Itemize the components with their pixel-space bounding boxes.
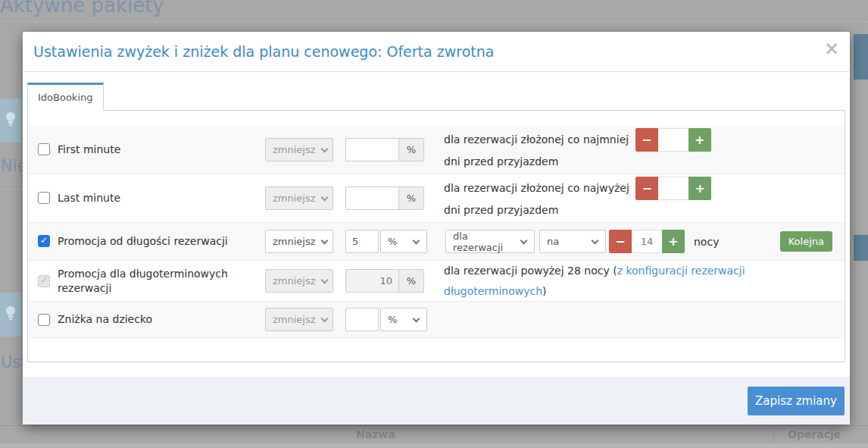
add-next-promo-button[interactable]: Kolejna bbox=[780, 231, 832, 252]
minus-button[interactable]: − bbox=[635, 128, 658, 152]
background-heading-inactive-packages: Nieak bbox=[1, 157, 23, 175]
chevron-down-icon bbox=[413, 315, 420, 322]
save-changes-button[interactable]: Zapisz zmiany bbox=[748, 387, 845, 415]
length-promo-value-input[interactable] bbox=[345, 230, 379, 253]
chevron-down-icon bbox=[320, 237, 328, 244]
price-plan-discounts-modal: Ustawienia zwyżek i zniżek dla planu cen… bbox=[23, 32, 850, 425]
lightbulb-icon bbox=[5, 305, 17, 324]
last-minute-percent-group: % bbox=[345, 186, 424, 210]
child-discount-checkbox[interactable] bbox=[38, 314, 50, 326]
percent-addon: % bbox=[398, 186, 424, 210]
tab-idobooking[interactable]: IdoBooking bbox=[27, 83, 104, 111]
row-label-cell: Last minute bbox=[38, 191, 265, 205]
chevron-down-icon bbox=[413, 237, 420, 244]
modal-footer: Zapisz zmiany bbox=[23, 377, 850, 425]
plus-icon: + bbox=[695, 181, 705, 196]
modal-title: Ustawienia zwyżek i zniżek dla planu cen… bbox=[33, 43, 494, 60]
column-header-name: Nazwa bbox=[356, 428, 395, 440]
row-label-cell: Promocja od długości rezerwacji bbox=[38, 234, 265, 249]
first-minute-percent-group: % bbox=[345, 138, 424, 161]
longterm-promo-checkbox bbox=[38, 275, 50, 287]
row-child-discount: Zniżka na dziecko zmniejsz % bbox=[28, 302, 845, 338]
chevron-down-icon bbox=[592, 237, 599, 244]
plus-button[interactable]: + bbox=[688, 128, 711, 152]
length-promo-relation-select[interactable]: na bbox=[539, 230, 606, 253]
background-table-header: Nazwa Operacje bbox=[0, 425, 868, 443]
row-first-minute: First minute zmniejsz % dla rezerwacji z… bbox=[28, 126, 845, 174]
tab-bar: IdoBooking bbox=[27, 83, 845, 110]
minus-button[interactable]: − bbox=[609, 230, 632, 253]
last-minute-mode-select: zmniejsz bbox=[265, 186, 333, 210]
row-label-cell: Zniżka na dziecko bbox=[38, 312, 265, 327]
row-label: Zniżka na dziecko bbox=[58, 312, 152, 327]
row-description: dla rezerwacji złożonej co najwyżej − + … bbox=[444, 177, 732, 221]
length-promo-nights-stepper: − + bbox=[609, 230, 685, 253]
first-minute-days-stepper: − + bbox=[635, 128, 711, 152]
last-minute-days-stepper: − + bbox=[635, 177, 711, 200]
row-label-cell: First minute bbox=[38, 143, 265, 157]
modal-header: Ustawienia zwyżek i zniżek dla planu cen… bbox=[23, 32, 850, 72]
plus-icon: + bbox=[668, 234, 678, 249]
last-minute-days-input[interactable] bbox=[658, 177, 688, 200]
background-heading-active-packages: Aktywne pakiety bbox=[0, 0, 164, 17]
length-promo-mode-select[interactable]: zmniejsz bbox=[265, 230, 333, 253]
chevron-down-icon bbox=[320, 276, 328, 284]
background-heading-settings: Ustaw bbox=[1, 353, 23, 371]
nights-label: nocy bbox=[694, 236, 719, 248]
length-promo-scope-select[interactable]: dla rezerwacji bbox=[445, 230, 535, 253]
background-button-strip bbox=[854, 34, 868, 80]
chevron-down-icon bbox=[320, 193, 328, 201]
row-label: Last minute bbox=[58, 191, 120, 205]
package-tile bbox=[0, 99, 21, 143]
row-longterm-promo: Promocja dla długoterminowych rezerwacji… bbox=[28, 261, 845, 302]
percent-addon: % bbox=[398, 269, 424, 293]
last-minute-percent-input[interactable] bbox=[345, 186, 398, 210]
child-discount-unit-select[interactable]: % bbox=[380, 308, 427, 331]
row-label-cell: Promocja dla długoterminowych rezerwacji bbox=[38, 267, 265, 296]
row-description: dla rezerwacji powyżej 28 nocy (z konfig… bbox=[444, 261, 845, 301]
percent-addon: % bbox=[398, 138, 424, 161]
plus-button[interactable]: + bbox=[688, 177, 711, 200]
row-description: dla rezerwacji złożonej co najmniej − + … bbox=[444, 128, 732, 172]
row-label: Promocja od długości rezerwacji bbox=[58, 234, 228, 249]
first-minute-mode-select: zmniejsz bbox=[265, 138, 333, 161]
first-minute-days-input[interactable] bbox=[658, 128, 688, 152]
child-discount-mode-select: zmniejsz bbox=[265, 308, 333, 331]
length-promo-unit-select[interactable]: % bbox=[380, 230, 427, 253]
longterm-promo-percent-group: % bbox=[345, 269, 424, 293]
row-label: First minute bbox=[58, 143, 120, 157]
package-tile bbox=[0, 293, 21, 337]
chevron-down-icon bbox=[320, 145, 328, 152]
longterm-promo-mode-select: zmniejsz bbox=[265, 269, 333, 293]
last-minute-checkbox[interactable] bbox=[38, 192, 50, 204]
row-label: Promocja dla długoterminowych rezerwacji bbox=[58, 267, 233, 296]
lightbulb-icon bbox=[5, 111, 17, 130]
length-promo-nights-input[interactable] bbox=[632, 230, 662, 253]
divider bbox=[0, 189, 23, 190]
row-last-minute: Last minute zmniejsz % dla rezerwacji zł… bbox=[28, 174, 845, 223]
plus-button[interactable]: + bbox=[662, 230, 685, 253]
plus-icon: + bbox=[695, 133, 704, 147]
length-promo-checkbox[interactable] bbox=[38, 235, 50, 247]
background-button-strip bbox=[854, 235, 868, 261]
row-length-promo: Promocja od długości rezerwacji zmniejsz… bbox=[28, 223, 845, 261]
divider bbox=[0, 21, 868, 22]
column-header-operations: Operacje bbox=[788, 428, 841, 440]
first-minute-checkbox[interactable] bbox=[38, 143, 50, 155]
minus-button[interactable]: − bbox=[635, 177, 658, 200]
chevron-down-icon bbox=[520, 237, 528, 244]
minus-icon: − bbox=[642, 133, 651, 147]
close-icon[interactable]: × bbox=[824, 39, 839, 58]
first-minute-percent-input[interactable] bbox=[345, 138, 398, 161]
minus-icon: − bbox=[615, 234, 625, 249]
background-table-row bbox=[0, 443, 868, 448]
child-discount-value-input[interactable] bbox=[345, 308, 379, 331]
minus-icon: − bbox=[642, 181, 652, 196]
discount-settings-panel: First minute zmniejsz % dla rezerwacji z… bbox=[27, 110, 845, 362]
longterm-promo-percent-input bbox=[345, 269, 398, 293]
chevron-down-icon bbox=[320, 315, 328, 322]
